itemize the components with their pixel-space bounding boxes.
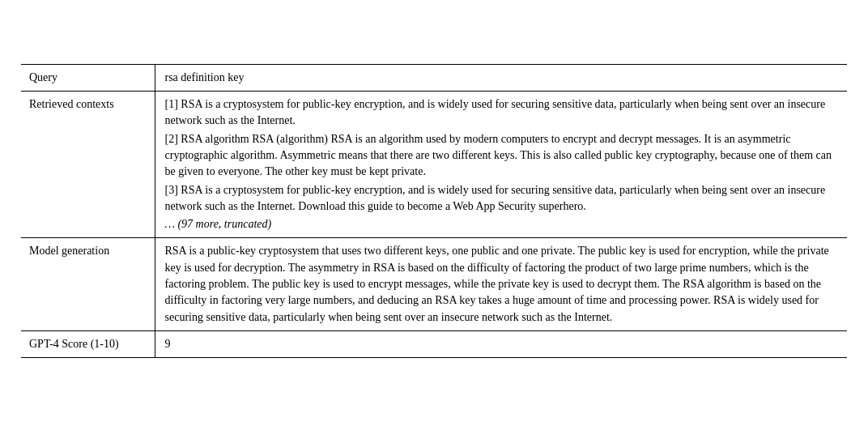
retrieved-contexts-label: Retrieved contexts — [21, 92, 155, 238]
truncation-note: … (97 more, truncated) — [165, 216, 838, 232]
context-text-3: RSA is a cryptosystem for public-key enc… — [165, 184, 826, 212]
context-text-1: RSA is a cryptosystem for public-key enc… — [165, 98, 826, 126]
score-label: GPT-4 Score (1-10) — [21, 330, 155, 357]
model-generation-label: Model generation — [21, 238, 155, 330]
results-table: Query rsa definition key Retrieved conte… — [21, 64, 847, 358]
query-label: Query — [21, 64, 155, 91]
model-generation-content: RSA is a public-key cryptosystem that us… — [155, 238, 847, 330]
retrieved-contexts-row: Retrieved contexts [1] RSA is a cryptosy… — [21, 92, 847, 238]
query-row: Query rsa definition key — [21, 64, 847, 91]
context-item-1: [1] RSA is a cryptosystem for public-key… — [165, 96, 838, 130]
context-text-2: RSA algorithm RSA (algorithm) RSA is an … — [165, 133, 832, 178]
main-table-container: Query rsa definition key Retrieved conte… — [21, 64, 847, 358]
context-index-3: [3] — [165, 184, 181, 196]
context-item-2: [2] RSA algorithm RSA (algorithm) RSA is… — [165, 131, 838, 181]
retrieved-contexts-content: [1] RSA is a cryptosystem for public-key… — [155, 92, 847, 238]
context-index-2: [2] — [165, 133, 181, 145]
context-item-3: [3] RSA is a cryptosystem for public-key… — [165, 182, 838, 215]
query-content: rsa definition key — [155, 64, 847, 91]
score-row: GPT-4 Score (1-10) 9 — [21, 330, 847, 357]
model-generation-row: Model generation RSA is a public-key cry… — [21, 238, 847, 330]
context-index-1: [1] — [165, 98, 181, 110]
score-content: 9 — [155, 330, 847, 357]
